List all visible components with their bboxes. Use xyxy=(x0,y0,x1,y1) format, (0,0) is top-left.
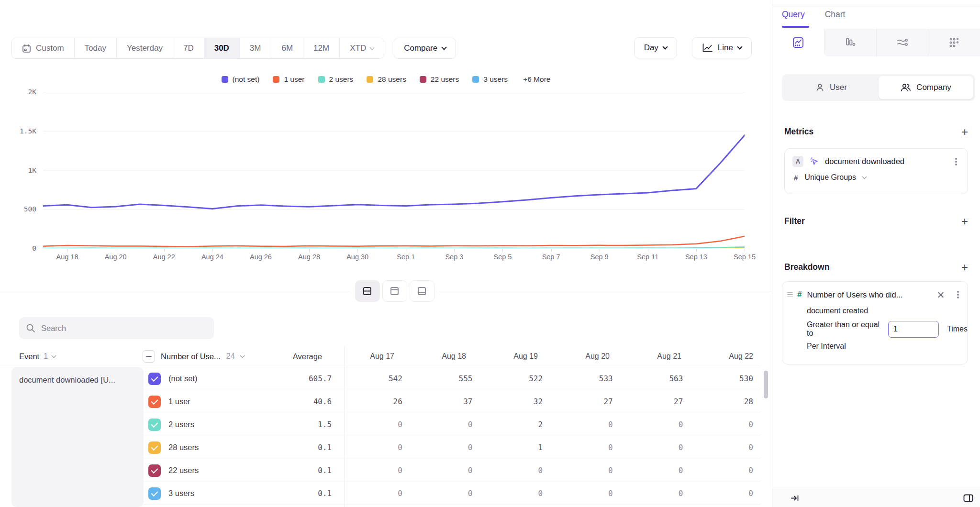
date-column-headers: Aug 17Aug 18Aug 19Aug 20Aug 21Aug 22 xyxy=(330,352,761,361)
range-yesterday[interactable]: Yesterday xyxy=(116,38,173,58)
collapse-panel-icon[interactable] xyxy=(791,495,800,502)
layout-split-icon xyxy=(363,287,372,296)
range-3m[interactable]: 3M xyxy=(239,38,271,58)
metric-event-name: document downloaded xyxy=(825,157,947,166)
event-name-cell[interactable]: document downloaded [U... xyxy=(11,367,144,507)
line-chart-plot[interactable] xyxy=(43,92,745,248)
metric-card-row2: # Unique Groups xyxy=(785,167,968,182)
interval-dropdown[interactable]: Day xyxy=(634,37,677,58)
row-date-value: 0 xyxy=(690,420,761,429)
breakdown-card-title: Number of Users who did... xyxy=(807,290,933,299)
range-7d[interactable]: 7D xyxy=(173,38,204,58)
x-axis-tick-label: Sep 13 xyxy=(685,253,707,261)
series-checkbox[interactable] xyxy=(148,464,161,477)
chart-type-flow-tile[interactable] xyxy=(876,29,928,56)
series-column-header[interactable]: Number of Use... 24 xyxy=(138,350,252,363)
event-column-header[interactable]: Event 1 xyxy=(0,352,138,361)
legend-item[interactable]: (not set) xyxy=(222,75,260,84)
row-date-value: 0 xyxy=(410,489,480,498)
series-checkbox[interactable] xyxy=(148,419,161,431)
condition-label: Greater than or equal to xyxy=(807,320,881,338)
legend-item[interactable]: 3 users xyxy=(472,75,508,84)
legend-item[interactable]: 28 users xyxy=(367,75,406,84)
row-series-label: 1 user xyxy=(168,397,190,406)
breakdown-title: Breakdown xyxy=(784,262,829,272)
tab-chart[interactable]: Chart xyxy=(825,10,846,20)
layout-table-only-button[interactable] xyxy=(410,280,434,302)
chevron-down-icon xyxy=(662,44,668,49)
row-date-value: 0 xyxy=(690,466,761,475)
kebab-icon[interactable] xyxy=(955,161,957,163)
date-range-control: CustomTodayYesterday7D30D3M6M12MXTD xyxy=(11,38,384,59)
close-icon[interactable] xyxy=(937,291,944,298)
chart-type-dropdown[interactable]: Line xyxy=(692,37,752,58)
range-today[interactable]: Today xyxy=(74,38,116,58)
x-axis-tick xyxy=(600,249,600,252)
add-breakdown-button[interactable]: + xyxy=(961,263,968,272)
chart-type-line-tile[interactable] xyxy=(772,29,824,56)
add-metric-button[interactable]: + xyxy=(961,127,968,137)
row-average-value: 0.1 xyxy=(260,489,340,498)
legend-item[interactable]: 2 users xyxy=(318,75,354,84)
chart-legend: (not set)1 user2 users28 users22 users3 … xyxy=(0,75,772,84)
range-30d[interactable]: 30D xyxy=(204,38,239,58)
layout-chart-only-button[interactable] xyxy=(382,280,407,302)
legend-swatch xyxy=(472,76,479,83)
series-checkbox[interactable] xyxy=(148,487,161,500)
toggle-company[interactable]: Company xyxy=(879,76,973,99)
metric-card[interactable]: A document downloaded # Unique Groups xyxy=(784,148,968,194)
search-input[interactable] xyxy=(41,324,207,333)
compare-button[interactable]: Compare xyxy=(394,38,456,59)
interval-label: Day xyxy=(644,43,658,53)
series-checkbox[interactable] xyxy=(148,373,161,385)
series-checkbox[interactable] xyxy=(148,396,161,408)
row-series-cell: 22 users xyxy=(144,464,260,477)
chart-type-line-icon xyxy=(792,37,804,48)
toggle-user[interactable]: User xyxy=(784,76,879,99)
chart-type-scatter-tile[interactable] xyxy=(928,29,980,56)
drag-handle-icon[interactable] xyxy=(787,292,793,298)
x-axis-tick xyxy=(116,249,116,252)
date-column-header: Aug 18 xyxy=(402,352,474,361)
row-average-value: 1.5 xyxy=(260,420,340,429)
filter-title: Filter xyxy=(784,216,805,226)
user-icon xyxy=(815,83,824,92)
select-all-checkbox[interactable] xyxy=(143,350,155,363)
series-header-label: Number of Use... xyxy=(161,352,221,361)
range-xtd[interactable]: XTD xyxy=(339,38,384,58)
legend-item[interactable]: 1 user xyxy=(273,75,304,84)
x-axis-tick xyxy=(406,249,406,252)
range-custom[interactable]: Custom xyxy=(12,38,74,58)
legend-more-link[interactable]: +6 More xyxy=(523,75,550,84)
measure-dropdown[interactable]: Unique Groups xyxy=(804,173,856,182)
row-date-value: 27 xyxy=(550,397,621,406)
breakdown-header: Breakdown + xyxy=(784,262,968,272)
x-axis-tick-label: Sep 5 xyxy=(494,253,512,261)
x-axis-tick-label: Sep 15 xyxy=(734,253,756,261)
layout-split-button[interactable] xyxy=(355,280,380,302)
tab-query[interactable]: Query xyxy=(782,10,805,20)
chart-type-bar-tile[interactable] xyxy=(824,29,876,56)
series-checkbox[interactable] xyxy=(148,441,161,454)
row-series-label: 3 users xyxy=(168,489,194,498)
legend-item[interactable]: 22 users xyxy=(420,75,459,84)
x-axis-tick xyxy=(502,249,503,252)
row-date-value: 1 xyxy=(480,443,550,452)
row-date-value: 0 xyxy=(550,466,621,475)
condition-value-input[interactable] xyxy=(888,321,939,338)
row-date-value: 0 xyxy=(690,443,761,452)
range-6m[interactable]: 6M xyxy=(271,38,303,58)
toggle-user-label: User xyxy=(830,83,847,92)
table-search xyxy=(19,317,214,339)
panel-icon[interactable] xyxy=(963,494,973,502)
kebab-icon[interactable] xyxy=(957,294,959,296)
date-column-header: Aug 21 xyxy=(617,352,689,361)
range-12m[interactable]: 12M xyxy=(303,38,339,58)
date-column-header: Aug 19 xyxy=(474,352,546,361)
breakdown-card[interactable]: # Number of Users who did... document cr… xyxy=(782,281,968,364)
add-filter-button[interactable]: + xyxy=(961,217,968,226)
x-axis-tick-label: Aug 24 xyxy=(201,253,223,261)
x-axis-tick-label: Sep 11 xyxy=(637,253,658,261)
table-scrollbar[interactable] xyxy=(764,371,768,398)
row-series-cell: (not set) xyxy=(144,373,260,385)
